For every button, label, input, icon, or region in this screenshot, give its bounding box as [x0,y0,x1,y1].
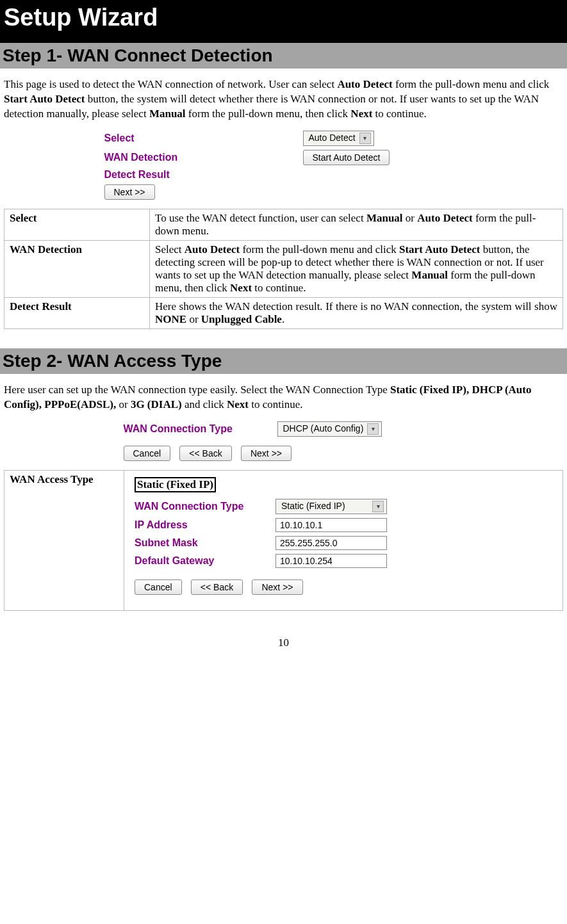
static-ip-box-label: Static (Fixed IP) [135,477,216,492]
next-button[interactable]: Next >> [104,184,155,200]
step1-description-table: Select To use the WAN detect function, u… [4,209,563,329]
page-title: Setup Wizard [0,0,567,43]
table-row-label: Select [4,209,150,240]
default-gateway-input[interactable]: 10.10.10.254 [275,554,387,568]
step1-ui-panel: Select Auto Detect ▾ WAN Detection Start… [104,131,463,200]
cancel-button[interactable]: Cancel [135,580,182,595]
table-row-desc: To use the WAN detect function, user can… [150,209,563,240]
cancel-button[interactable]: Cancel [124,446,171,461]
wan-conn-type-label: WAN Connection Type [124,423,277,435]
back-button[interactable]: << Back [179,446,231,461]
wan-conn-type-select[interactable]: Static (Fixed IP) ▾ [275,499,387,514]
table-row-label: Detect Result [4,297,150,328]
table-row-label: WAN Detection [4,240,150,297]
next-button[interactable]: Next >> [241,446,292,461]
table-row-label: WAN Access Type [4,470,124,610]
detect-mode-select[interactable]: Auto Detect ▾ [303,131,374,146]
next-button[interactable]: Next >> [252,580,302,595]
table-row-desc: Static (Fixed IP) WAN Connection Type St… [124,470,563,610]
step2-description-table: WAN Access Type Static (Fixed IP) WAN Co… [4,470,563,611]
subnet-mask-label: Subnet Mask [135,537,275,549]
step1-description: This page is used to detect the WAN conn… [4,77,563,122]
detect-result-label: Detect Result [104,169,303,181]
default-gateway-label: Default Gateway [135,555,275,567]
wan-detection-label: WAN Detection [104,152,303,163]
table-row-desc: Select Auto Detect form the pull-down me… [150,240,563,297]
wan-conn-type-label: WAN Connection Type [135,501,275,512]
ip-address-label: IP Address [135,519,275,531]
select-label: Select [104,133,303,144]
start-auto-detect-button[interactable]: Start Auto Detect [303,150,390,165]
back-button[interactable]: << Back [191,580,243,595]
wan-conn-type-select[interactable]: DHCP (Auto Config) ▾ [277,421,382,437]
ip-address-input[interactable]: 10.10.10.1 [275,518,387,532]
table-row-desc: Here shows the WAN detection result. If … [150,297,563,328]
step1-heading: Step 1- WAN Connect Detection [0,43,567,69]
subnet-mask-input[interactable]: 255.255.255.0 [275,536,387,550]
chevron-down-icon: ▾ [359,133,371,144]
step2-heading: Step 2- WAN Access Type [0,348,567,374]
chevron-down-icon: ▾ [372,501,384,512]
step2-description: Here user can set up the WAN connection … [4,383,563,412]
step2-ui-panel: WAN Connection Type DHCP (Auto Config) ▾… [124,421,444,461]
page-number: 10 [4,636,563,649]
chevron-down-icon: ▾ [367,423,379,435]
